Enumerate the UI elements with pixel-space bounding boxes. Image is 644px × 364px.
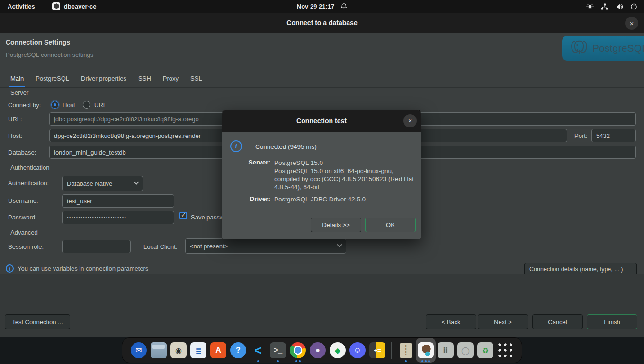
calculator-icon: += <box>369 342 385 358</box>
dock-item-github-desktop[interactable]: ● <box>308 338 328 363</box>
page-title: Connection Settings <box>6 38 70 46</box>
connection-test-close-button[interactable]: × <box>403 114 417 127</box>
details-button[interactable]: Details >> <box>311 218 361 232</box>
host-label: Host: <box>8 132 22 139</box>
dock-item-zip-archive[interactable]: ┊ <box>396 338 416 363</box>
tab-driver-properties[interactable]: Driver properties <box>80 71 127 87</box>
connect-by-host-radio-label[interactable]: Host <box>63 101 75 109</box>
chevron-down-icon <box>337 242 342 247</box>
connection-test-titlebar: Connection test × <box>222 110 421 132</box>
dock-item-ubuntu-software[interactable]: A <box>208 338 228 363</box>
tab-ssh[interactable]: SSH <box>137 71 152 87</box>
focused-app-menu[interactable]: dbeaver-ce <box>52 2 97 10</box>
authentication-type-value: Database Native <box>67 180 112 187</box>
server-version-line: PostgreSQL 15.0 <box>274 159 417 167</box>
dock-item-mongodb-compass[interactable]: ◆ <box>328 338 348 363</box>
connection-status: Connected (9495 ms) <box>255 143 317 150</box>
running-indicator <box>248 360 268 362</box>
tab-main[interactable]: Main <box>9 71 25 87</box>
next-button[interactable]: Next > <box>478 314 528 329</box>
connect-by-url-radio[interactable] <box>83 101 90 109</box>
connect-by-label: Connect by: <box>8 101 41 109</box>
logs-icon: ⠿ <box>438 342 454 358</box>
server-build-line: PostgreSQL 15.0 on x86_64-pc-linux-gnu, … <box>274 167 417 191</box>
disks-icon: ◯ <box>457 342 474 358</box>
password-label: Password: <box>8 214 37 221</box>
username-input[interactable] <box>62 194 174 208</box>
local-client-select[interactable]: <not present> <box>185 238 346 254</box>
dock-item-trash[interactable]: ♻ <box>475 338 495 363</box>
dbeaver-icon <box>418 342 434 358</box>
postgresql-logo: PostgreSQL <box>562 36 644 61</box>
connect-by-url-radio-label[interactable]: URL <box>94 101 107 109</box>
authentication-type-label: Authentication: <box>8 180 49 187</box>
rhythmbox-icon: ◉ <box>170 342 187 358</box>
local-client-value: <not present> <box>190 243 228 250</box>
back-button[interactable]: < Back <box>426 314 476 329</box>
brightness-icon <box>586 3 594 10</box>
session-role-input[interactable] <box>62 240 131 253</box>
running-indicator <box>288 360 308 362</box>
server-group-legend: Server <box>8 89 31 96</box>
connection-test-dialog: Connection test × i Connected (9495 ms) … <box>222 110 421 239</box>
server-result-value: PostgreSQL 15.0 PostgreSQL 15.0 on x86_6… <box>274 159 417 191</box>
finish-button[interactable]: Finish <box>587 314 637 329</box>
running-indicator <box>396 360 416 362</box>
power-icon <box>630 3 637 10</box>
tab-ssl[interactable]: SSL <box>189 71 203 87</box>
password-input[interactable] <box>62 211 174 224</box>
dock-item-discord[interactable]: ☺ <box>348 338 367 363</box>
running-indicator <box>416 360 436 362</box>
dock-item-help[interactable]: ? <box>228 338 248 363</box>
activities-button[interactable]: Activities <box>8 3 35 10</box>
authentication-type-select[interactable]: Database Native <box>62 176 143 191</box>
tab-proxy[interactable]: Proxy <box>162 71 179 87</box>
username-label: Username: <box>8 197 38 204</box>
ok-button[interactable]: OK <box>365 218 416 232</box>
chevron-down-icon <box>134 180 139 185</box>
dock-item-terminal[interactable]: >_ <box>268 338 288 363</box>
terminal-icon: >_ <box>270 342 286 358</box>
dock-item-dbeaver[interactable] <box>416 338 436 363</box>
advanced-group-legend: Advanced <box>8 229 40 236</box>
test-connection-button[interactable]: Test Connection ... <box>5 314 70 329</box>
info-icon: i <box>6 264 14 273</box>
save-password-checkbox[interactable] <box>179 212 187 219</box>
zip-archive-icon: ┊ <box>400 343 412 358</box>
dock-item-rhythmbox[interactable]: ◉ <box>169 338 188 363</box>
dock-separator <box>391 342 392 359</box>
connection-details-button[interactable]: Connection details (name, type, ... ) <box>524 263 637 274</box>
connect-by-host-radio[interactable] <box>51 101 59 109</box>
dock-item-libreoffice-writer[interactable]: ≣ <box>188 338 208 363</box>
wizard-footer: Test Connection ... < Back Next > Cancel… <box>0 274 644 337</box>
dock-item-vscode[interactable]: < <box>248 338 268 363</box>
postgresql-logo-text: PostgreSQL <box>592 43 644 54</box>
tab-postgresql[interactable]: PostgreSQL <box>35 71 70 87</box>
dock-item-disks[interactable]: ◯ <box>456 338 475 363</box>
files-icon <box>151 342 167 358</box>
system-status-area[interactable] <box>586 0 644 13</box>
dialog-close-button[interactable]: × <box>625 17 638 30</box>
cancel-button[interactable]: Cancel <box>532 314 583 329</box>
port-input[interactable] <box>591 129 636 142</box>
thunderbird-icon: ✉ <box>131 342 147 358</box>
clock-label: Nov 29 21:17 <box>297 3 335 10</box>
dock-item-chrome[interactable] <box>288 338 308 363</box>
github-desktop-icon: ● <box>310 342 326 358</box>
save-password-label[interactable]: Save passw <box>191 214 224 221</box>
dock-item-files[interactable] <box>149 338 169 363</box>
hint-row: i You can use variables in connection pa… <box>6 264 148 273</box>
hint-text: You can use variables in connection para… <box>18 265 148 272</box>
dock-item-logs[interactable]: ⠿ <box>436 338 456 363</box>
dock-item-calculator[interactable]: += <box>367 338 387 363</box>
connection-test-title: Connection test <box>222 110 421 132</box>
wizard-header: Connection Settings PostgreSQL connectio… <box>0 33 644 70</box>
driver-result-value: PostgreSQL JDBC Driver 42.5.0 <box>274 195 417 203</box>
clock-menu[interactable]: Nov 29 21:17 <box>297 0 348 13</box>
dock-item-app-grid[interactable] <box>495 338 515 363</box>
page-subtitle: PostgreSQL connection settings <box>6 51 93 58</box>
dock-item-thunderbird[interactable]: ✉ <box>129 338 149 363</box>
dbeaver-app-icon <box>52 2 60 10</box>
libreoffice-writer-icon: ≣ <box>190 342 206 358</box>
local-client-label: Local Client: <box>143 243 178 250</box>
